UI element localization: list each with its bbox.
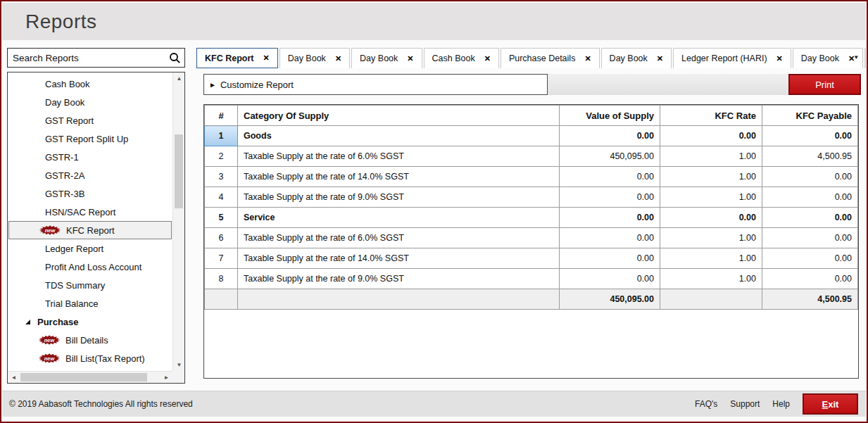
vertical-scrollbar-thumb[interactable] — [175, 134, 183, 208]
horizontal-scrollbar-thumb[interactable] — [20, 373, 147, 381]
cell-value[interactable]: 450,095.00 — [560, 146, 660, 167]
cell-number[interactable]: 2 — [205, 146, 238, 167]
cell-value[interactable]: 0.00 — [560, 167, 660, 187]
grid-row-3[interactable]: 3Taxable Supply at the rate of 14.0% SGS… — [205, 167, 858, 187]
tab-close-icon[interactable]: ✕ — [776, 54, 783, 63]
grid-row-7[interactable]: 7Taxable Supply at the rate of 14.0% SGS… — [205, 248, 858, 269]
sidebar-item-kfc-report[interactable]: newKFC Report — [8, 221, 172, 239]
cell-category[interactable]: Taxable Supply at the rate of 9.0% SGST — [238, 187, 560, 208]
cell-rate[interactable]: 1.00 — [660, 167, 762, 187]
footer-link-faq-s[interactable]: FAQ's — [695, 399, 717, 409]
col-header-value[interactable]: Value of Supply — [560, 106, 660, 126]
grid-row-2[interactable]: 2Taxable Supply at the rate of 6.0% SGST… — [205, 146, 858, 167]
tab-purchase-details-4[interactable]: Purchase Details✕ — [501, 48, 600, 68]
grid-row-1[interactable]: 1Goods0.000.000.00 — [205, 126, 858, 146]
cell-value[interactable]: 0.00 — [560, 269, 660, 289]
cell-rate[interactable]: 1.00 — [660, 269, 762, 289]
tab-close-icon[interactable]: ✕ — [407, 54, 413, 63]
cell-value[interactable]: 0.00 — [560, 126, 660, 146]
sidebar-item-hsn-sac-report[interactable]: HSN/SAC Report — [8, 203, 172, 221]
col-header-payable[interactable]: KFC Payable — [762, 106, 858, 126]
cell-payable[interactable]: 0.00 — [762, 187, 858, 208]
cell-rate[interactable]: 0.00 — [660, 126, 762, 146]
sidebar-item-day-book[interactable]: Day Book — [8, 93, 172, 111]
scroll-up-icon[interactable]: ▲ — [173, 72, 185, 84]
total-rate[interactable] — [660, 289, 762, 310]
tab-cash-book-3[interactable]: Cash Book✕ — [424, 48, 499, 68]
footer-link-help[interactable]: Help — [772, 399, 790, 409]
total-value[interactable]: 450,095.00 — [560, 289, 660, 310]
scroll-down-icon[interactable]: ▼ — [173, 359, 185, 371]
footer-link-support[interactable]: Support — [730, 399, 760, 409]
tab-day-book-5[interactable]: Day Book✕ — [601, 48, 672, 68]
exit-button[interactable]: Exit — [803, 393, 858, 415]
sidebar-item-bill-list-tax-report[interactable]: newBill List(Tax Report) — [8, 349, 172, 367]
cell-payable[interactable]: 0.00 — [762, 208, 858, 228]
tab-close-icon[interactable]: ✕ — [335, 54, 341, 63]
tab-close-icon[interactable]: ✕ — [657, 54, 663, 63]
sidebar-item-bill-details[interactable]: newBill Details — [8, 331, 172, 349]
sidebar-item-gst-report[interactable]: GST Report — [8, 111, 172, 130]
cell-number[interactable]: 3 — [205, 167, 238, 187]
cell-value[interactable]: 0.00 — [560, 248, 660, 269]
customize-report-expander[interactable]: ► Customize Report — [203, 74, 548, 95]
sidebar-item-cash-book[interactable]: Cash Book — [8, 75, 172, 93]
sidebar-item-purchase[interactable]: Purchase — [8, 312, 172, 331]
sidebar-item-trial-balance[interactable]: Trial Balance — [8, 294, 172, 312]
cell-rate[interactable]: 1.00 — [660, 146, 762, 167]
cell-category[interactable]: Taxable Supply at the rate of 9.0% SGST — [238, 269, 560, 289]
print-button[interactable]: Print — [788, 74, 861, 95]
tree-vertical-scrollbar[interactable]: ▲ ▼ — [172, 72, 184, 371]
cell-number[interactable]: 4 — [205, 187, 238, 208]
grid-row-5[interactable]: 5Service0.000.000.00 — [205, 208, 858, 228]
scroll-left-icon[interactable]: ◄ — [8, 372, 20, 384]
cell-number[interactable]: 1 — [205, 126, 238, 146]
total-number[interactable] — [205, 289, 238, 310]
cell-number[interactable]: 8 — [205, 269, 238, 289]
sidebar-item-gstr-1[interactable]: GSTR-1 — [8, 148, 172, 166]
cell-number[interactable]: 5 — [205, 208, 238, 228]
grid-row-8[interactable]: 8Taxable Supply at the rate of 9.0% SGST… — [205, 269, 858, 289]
tab-close-icon[interactable]: ✕ — [263, 53, 269, 63]
cell-rate[interactable]: 0.00 — [660, 208, 762, 228]
grid-row-4[interactable]: 4Taxable Supply at the rate of 9.0% SGST… — [205, 187, 858, 208]
total-payable[interactable]: 4,500.95 — [762, 289, 858, 310]
cell-number[interactable]: 6 — [205, 228, 238, 248]
tab-close-icon[interactable]: ✕ — [484, 54, 491, 63]
cell-rate[interactable]: 1.00 — [660, 248, 762, 269]
sidebar-item-gst-report-split-up[interactable]: GST Report Split Up — [8, 130, 172, 148]
cell-value[interactable]: 0.00 — [560, 187, 660, 208]
sidebar-item-tds-summary[interactable]: TDS Summary — [8, 276, 172, 294]
tab-day-book-7[interactable]: Day Book✕ — [793, 48, 863, 68]
sidebar-item-profit-and-loss-account[interactable]: Profit And Loss Account — [8, 258, 172, 276]
cell-category[interactable]: Taxable Supply at the rate of 6.0% SGST — [238, 146, 560, 167]
scroll-right-icon[interactable]: ► — [161, 372, 172, 384]
tab-ledger-report-hari-6[interactable]: Ledger Report (HARI)✕ — [673, 48, 791, 68]
cell-rate[interactable]: 1.00 — [660, 187, 762, 208]
total-category[interactable] — [238, 289, 560, 310]
tab-list-dropdown[interactable]: ▼ — [864, 48, 866, 68]
col-header-number[interactable]: # — [205, 106, 238, 126]
cell-payable[interactable]: 0.00 — [762, 167, 858, 187]
cell-category[interactable]: Taxable Supply at the rate of 14.0% SGST — [238, 167, 560, 187]
sidebar-item-ledger-report[interactable]: Ledger Report — [8, 239, 172, 258]
search-icon[interactable] — [165, 49, 184, 67]
col-header-category[interactable]: Category Of Supply — [238, 106, 560, 126]
cell-payable[interactable]: 0.00 — [762, 228, 858, 248]
cell-value[interactable]: 0.00 — [560, 228, 660, 248]
tab-day-book-1[interactable]: Day Book✕ — [279, 48, 350, 68]
search-input[interactable] — [8, 53, 165, 63]
sidebar-item-gstr-2a[interactable]: GSTR-2A — [8, 166, 172, 184]
cell-category[interactable]: Service — [238, 208, 560, 228]
cell-payable[interactable]: 0.00 — [762, 269, 858, 289]
tree-expanded-icon[interactable] — [25, 320, 30, 324]
cell-payable[interactable]: 0.00 — [762, 248, 858, 269]
col-header-rate[interactable]: KFC Rate — [660, 106, 762, 126]
tree-horizontal-scrollbar[interactable]: ◄ ► — [8, 371, 172, 383]
cell-category[interactable]: Taxable Supply at the rate of 6.0% SGST — [238, 228, 560, 248]
tab-day-book-2[interactable]: Day Book✕ — [351, 48, 422, 68]
sidebar-item-gstr-3b[interactable]: GSTR-3B — [8, 184, 172, 203]
cell-rate[interactable]: 1.00 — [660, 228, 762, 248]
cell-value[interactable]: 0.00 — [560, 208, 660, 228]
grid-row-6[interactable]: 6Taxable Supply at the rate of 6.0% SGST… — [205, 228, 858, 248]
